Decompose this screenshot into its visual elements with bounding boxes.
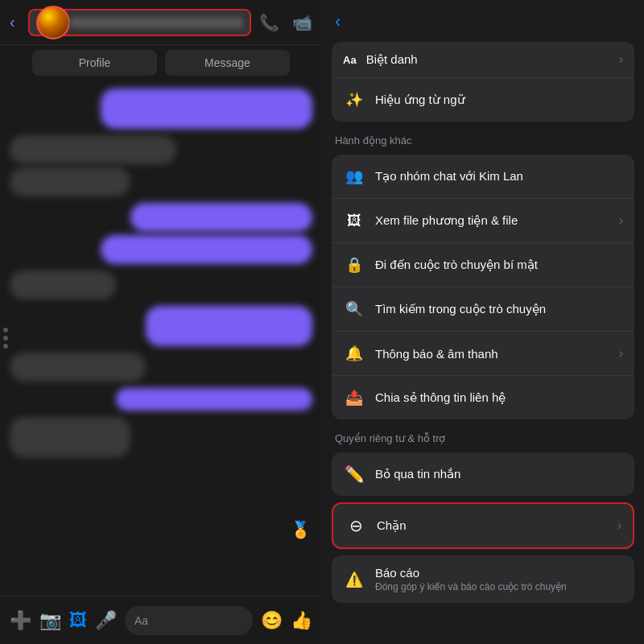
msg-group bbox=[10, 306, 312, 346]
chevron-icon: › bbox=[619, 52, 623, 67]
share-contact-label: Chia sẻ thông tin liên hệ bbox=[375, 390, 623, 405]
report-sublabel: Đóng góp ý kiến và báo cáo cuộc trò chuy… bbox=[375, 581, 623, 592]
nickname-aa-icon: Aa bbox=[343, 54, 357, 66]
menu-item-share-contact[interactable]: 📤 Chia sẻ thông tin liên hệ bbox=[332, 376, 634, 419]
photo-icon[interactable]: 🖼 bbox=[69, 610, 87, 631]
menu-item-search[interactable]: 🔍 Tìm kiếm trong cuộc trò chuyện bbox=[332, 287, 634, 332]
block-item-wrapper: ⊖ Chặn › bbox=[332, 502, 634, 549]
menu-item-media[interactable]: 🖼 Xem file phương tiện & file › bbox=[332, 199, 634, 243]
msg-group bbox=[10, 388, 312, 411]
group-chat-icon: 👥 bbox=[343, 165, 365, 188]
header-icons: 📞 📹 bbox=[259, 13, 312, 32]
menu-section-1: Aa Biệt danh › ✨ Hiệu ứng từ ngữ bbox=[332, 42, 634, 122]
dot bbox=[3, 344, 8, 349]
block-icon: ⊖ bbox=[345, 514, 367, 537]
message-bubble bbox=[101, 235, 312, 264]
message-bubble bbox=[146, 306, 312, 346]
media-label: Xem file phương tiện & file bbox=[375, 213, 619, 228]
dot bbox=[3, 336, 8, 341]
menu-item-ignore[interactable]: ✏️ Bỏ qua tin nhắn bbox=[332, 452, 634, 496]
right-panel: ‹ Aa Biệt danh › ✨ Hiệu ứng từ ngữ Hành … bbox=[322, 0, 644, 644]
block-label: Chặn bbox=[377, 518, 617, 533]
chat-area: 🏅 bbox=[0, 80, 322, 596]
like-icon[interactable]: 👍 bbox=[291, 610, 312, 631]
menu-section-report: ⚠️ Báo cáo Đóng góp ý kiến và báo cáo cu… bbox=[332, 555, 634, 603]
msg-group bbox=[10, 203, 312, 264]
search-label: Tìm kiếm trong cuộc trò chuyện bbox=[375, 302, 623, 316]
search-icon: 🔍 bbox=[343, 298, 365, 320]
contact-name-box bbox=[28, 9, 251, 36]
msg-group bbox=[10, 270, 312, 299]
report-label: Báo cáo bbox=[375, 566, 623, 580]
back-button-right[interactable]: ‹ bbox=[335, 11, 341, 32]
menu-section-3: ✏️ Bỏ qua tin nhắn bbox=[332, 452, 634, 496]
notification-label: Thông báo & âm thanh bbox=[375, 347, 619, 361]
message-bubble bbox=[10, 270, 116, 299]
left-panel: ‹ 📞 📹 Profile Message bbox=[0, 0, 322, 644]
nickname-label: Biệt danh bbox=[366, 52, 619, 67]
notification-icon: 🔔 bbox=[343, 342, 365, 365]
dot bbox=[3, 328, 8, 332]
ignore-icon: ✏️ bbox=[343, 463, 365, 485]
contact-name-blur bbox=[70, 17, 243, 28]
video-icon[interactable]: 📹 bbox=[292, 13, 312, 32]
left-header: ‹ 📞 📹 bbox=[0, 0, 322, 45]
message-bubble bbox=[130, 203, 312, 232]
avatar-image bbox=[38, 7, 68, 38]
plus-icon[interactable]: ➕ bbox=[10, 610, 31, 631]
right-header: ‹ bbox=[322, 0, 644, 37]
input-placeholder: Aa bbox=[134, 614, 148, 627]
media-icon: 🖼 bbox=[343, 209, 365, 232]
menu-item-secret-chat[interactable]: 🔒 Đi đến cuộc trò chuyện bí mật bbox=[332, 243, 634, 287]
group-chat-label: Tạo nhóm chat với Kim Lan bbox=[375, 169, 623, 184]
share-contact-icon: 📤 bbox=[343, 386, 365, 409]
camera-icon[interactable]: 📷 bbox=[39, 610, 61, 631]
menu-item-group-chat[interactable]: 👥 Tạo nhóm chat với Kim Lan bbox=[332, 155, 634, 199]
chevron-icon: › bbox=[617, 518, 621, 533]
menu-item-report[interactable]: ⚠️ Báo cáo Đóng góp ý kiến và báo cáo cu… bbox=[332, 555, 634, 603]
avatar bbox=[36, 6, 70, 39]
chevron-icon: › bbox=[619, 213, 623, 228]
secret-chat-icon: 🔒 bbox=[343, 254, 365, 276]
message-bubble bbox=[10, 167, 130, 196]
menu-section-2: 👥 Tạo nhóm chat với Kim Lan 🖼 Xem file p… bbox=[332, 155, 634, 419]
secret-chat-label: Đi đến cuộc trò chuyện bí mật bbox=[375, 258, 623, 272]
msg-group bbox=[10, 417, 312, 457]
message-bubble bbox=[10, 417, 130, 457]
bottom-bar: ➕ 📷 🖼 🎤 Aa 😊 👍 bbox=[0, 596, 322, 644]
message-input[interactable]: Aa bbox=[125, 606, 253, 635]
message-bubble bbox=[116, 388, 312, 411]
tab-message[interactable]: Message bbox=[165, 50, 290, 76]
msg-group bbox=[10, 89, 312, 129]
left-tabs: Profile Message bbox=[0, 45, 322, 80]
menu-item-word-effect[interactable]: ✨ Hiệu ứng từ ngữ bbox=[332, 78, 634, 122]
menu-item-notification[interactable]: 🔔 Thông báo & âm thanh › bbox=[332, 332, 634, 376]
menu-item-nickname[interactable]: Aa Biệt danh › bbox=[332, 42, 634, 78]
word-effect-label: Hiệu ứng từ ngữ bbox=[375, 93, 623, 107]
menu-item-block[interactable]: ⊖ Chặn › bbox=[333, 504, 633, 547]
back-button-left[interactable]: ‹ bbox=[10, 13, 15, 31]
message-bubble bbox=[10, 135, 176, 164]
report-icon: ⚠️ bbox=[343, 568, 365, 591]
emoji-icon[interactable]: 😊 bbox=[261, 610, 283, 631]
word-effect-icon: ✨ bbox=[343, 89, 365, 111]
section-label-actions: Hành động khác bbox=[322, 126, 644, 150]
message-bubble bbox=[101, 89, 312, 129]
chevron-icon: › bbox=[619, 346, 623, 361]
side-dots bbox=[3, 328, 8, 349]
msg-group bbox=[10, 353, 312, 382]
message-bubble bbox=[10, 353, 146, 382]
tab-profile[interactable]: Profile bbox=[32, 50, 157, 76]
ignore-label: Bỏ qua tin nhắn bbox=[375, 467, 623, 481]
mic-icon[interactable]: 🎤 bbox=[95, 610, 117, 631]
section-label-privacy: Quyền riêng tư & hỗ trợ bbox=[322, 424, 644, 448]
phone-icon[interactable]: 📞 bbox=[259, 13, 279, 32]
report-text: Báo cáo Đóng góp ý kiến và báo cáo cuộc … bbox=[375, 566, 623, 592]
emoji-sticker: 🏅 bbox=[291, 520, 311, 539]
msg-group bbox=[10, 135, 312, 196]
